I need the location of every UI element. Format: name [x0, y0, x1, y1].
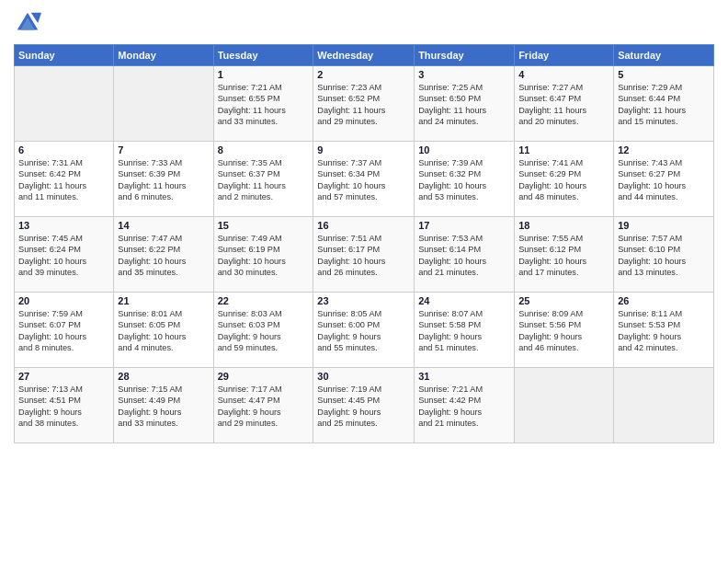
calendar-cell: 14Sunrise: 7:47 AM Sunset: 6:22 PM Dayli…: [114, 217, 213, 293]
cell-content: Sunrise: 8:11 AM Sunset: 5:53 PM Dayligh…: [618, 308, 710, 354]
calendar-cell: 10Sunrise: 7:39 AM Sunset: 6:32 PM Dayli…: [415, 142, 515, 217]
day-number: 9: [317, 144, 410, 155]
day-number: 10: [418, 144, 510, 155]
cell-content: Sunrise: 7:15 AM Sunset: 4:49 PM Dayligh…: [118, 384, 209, 430]
calendar-cell: [614, 368, 714, 443]
day-number: 18: [518, 220, 609, 231]
cell-content: Sunrise: 7:47 AM Sunset: 6:22 PM Dayligh…: [118, 233, 209, 279]
cell-content: Sunrise: 7:53 AM Sunset: 6:14 PM Dayligh…: [418, 233, 510, 279]
calendar-week-1: 1Sunrise: 7:21 AM Sunset: 6:55 PM Daylig…: [15, 66, 714, 142]
day-number: 4: [518, 69, 609, 80]
calendar-cell: 15Sunrise: 7:49 AM Sunset: 6:19 PM Dayli…: [213, 217, 313, 293]
day-number: 28: [118, 371, 209, 382]
calendar-cell: 4Sunrise: 7:27 AM Sunset: 6:47 PM Daylig…: [515, 66, 614, 142]
day-number: 16: [317, 220, 410, 231]
day-number: 1: [218, 69, 310, 80]
cell-content: Sunrise: 7:19 AM Sunset: 4:45 PM Dayligh…: [317, 384, 410, 430]
calendar-cell: [515, 368, 614, 443]
calendar-cell: 20Sunrise: 7:59 AM Sunset: 6:07 PM Dayli…: [15, 293, 114, 368]
calendar-cell: 2Sunrise: 7:23 AM Sunset: 6:52 PM Daylig…: [313, 66, 415, 142]
day-number: 6: [18, 144, 109, 155]
cell-content: Sunrise: 8:05 AM Sunset: 6:00 PM Dayligh…: [317, 308, 410, 354]
calendar-cell: 6Sunrise: 7:31 AM Sunset: 6:42 PM Daylig…: [15, 142, 114, 217]
calendar-cell: 29Sunrise: 7:17 AM Sunset: 4:47 PM Dayli…: [213, 368, 313, 443]
day-number: 29: [218, 371, 310, 382]
day-number: 30: [317, 371, 410, 382]
calendar-table: SundayMondayTuesdayWednesdayThursdayFrid…: [14, 44, 714, 443]
day-number: 20: [18, 295, 109, 306]
calendar-cell: 18Sunrise: 7:55 AM Sunset: 6:12 PM Dayli…: [515, 217, 614, 293]
column-header-thursday: Thursday: [415, 45, 515, 66]
column-header-saturday: Saturday: [614, 45, 714, 66]
column-header-wednesday: Wednesday: [313, 45, 415, 66]
calendar-cell: 13Sunrise: 7:45 AM Sunset: 6:24 PM Dayli…: [15, 217, 114, 293]
day-number: 8: [218, 144, 310, 155]
day-number: 17: [418, 220, 510, 231]
cell-content: Sunrise: 7:31 AM Sunset: 6:42 PM Dayligh…: [18, 157, 109, 203]
cell-content: Sunrise: 7:21 AM Sunset: 6:55 PM Dayligh…: [218, 82, 310, 128]
column-header-tuesday: Tuesday: [213, 45, 313, 66]
day-number: 31: [418, 371, 510, 382]
calendar-cell: 8Sunrise: 7:35 AM Sunset: 6:37 PM Daylig…: [213, 142, 313, 217]
cell-content: Sunrise: 7:51 AM Sunset: 6:17 PM Dayligh…: [317, 233, 410, 279]
day-number: 5: [618, 69, 710, 80]
calendar-cell: [114, 66, 213, 142]
cell-content: Sunrise: 7:49 AM Sunset: 6:19 PM Dayligh…: [218, 233, 310, 279]
column-header-friday: Friday: [515, 45, 614, 66]
calendar-cell: 22Sunrise: 8:03 AM Sunset: 6:03 PM Dayli…: [213, 293, 313, 368]
calendar-cell: 19Sunrise: 7:57 AM Sunset: 6:10 PM Dayli…: [614, 217, 714, 293]
day-number: 15: [218, 220, 310, 231]
day-number: 25: [518, 295, 609, 306]
cell-content: Sunrise: 7:59 AM Sunset: 6:07 PM Dayligh…: [18, 308, 109, 354]
cell-content: Sunrise: 8:03 AM Sunset: 6:03 PM Dayligh…: [218, 308, 310, 354]
calendar-cell: 24Sunrise: 8:07 AM Sunset: 5:58 PM Dayli…: [415, 293, 515, 368]
day-number: 26: [618, 295, 710, 306]
calendar-cell: 23Sunrise: 8:05 AM Sunset: 6:00 PM Dayli…: [313, 293, 415, 368]
day-number: 23: [317, 295, 410, 306]
calendar-cell: 26Sunrise: 8:11 AM Sunset: 5:53 PM Dayli…: [614, 293, 714, 368]
logo: [14, 9, 45, 37]
cell-content: Sunrise: 8:01 AM Sunset: 6:05 PM Dayligh…: [118, 308, 209, 354]
calendar-week-3: 13Sunrise: 7:45 AM Sunset: 6:24 PM Dayli…: [15, 217, 714, 293]
page-header: [14, 9, 714, 37]
calendar-cell: 27Sunrise: 7:13 AM Sunset: 4:51 PM Dayli…: [15, 368, 114, 443]
calendar-cell: 17Sunrise: 7:53 AM Sunset: 6:14 PM Dayli…: [415, 217, 515, 293]
calendar-cell: 5Sunrise: 7:29 AM Sunset: 6:44 PM Daylig…: [614, 66, 714, 142]
column-header-monday: Monday: [114, 45, 213, 66]
cell-content: Sunrise: 7:57 AM Sunset: 6:10 PM Dayligh…: [618, 233, 710, 279]
day-number: 19: [618, 220, 710, 231]
cell-content: Sunrise: 7:45 AM Sunset: 6:24 PM Dayligh…: [18, 233, 109, 279]
day-number: 7: [118, 144, 209, 155]
calendar-cell: 25Sunrise: 8:09 AM Sunset: 5:56 PM Dayli…: [515, 293, 614, 368]
calendar-week-2: 6Sunrise: 7:31 AM Sunset: 6:42 PM Daylig…: [15, 142, 714, 217]
cell-content: Sunrise: 7:43 AM Sunset: 6:27 PM Dayligh…: [618, 157, 710, 203]
cell-content: Sunrise: 7:39 AM Sunset: 6:32 PM Dayligh…: [418, 157, 510, 203]
calendar-cell: 3Sunrise: 7:25 AM Sunset: 6:50 PM Daylig…: [415, 66, 515, 142]
cell-content: Sunrise: 7:55 AM Sunset: 6:12 PM Dayligh…: [518, 233, 609, 279]
day-number: 12: [618, 144, 710, 155]
cell-content: Sunrise: 7:29 AM Sunset: 6:44 PM Dayligh…: [618, 82, 710, 128]
day-number: 27: [18, 371, 109, 382]
cell-content: Sunrise: 8:07 AM Sunset: 5:58 PM Dayligh…: [418, 308, 510, 354]
logo-icon: [14, 9, 41, 37]
column-header-sunday: Sunday: [15, 45, 114, 66]
day-number: 24: [418, 295, 510, 306]
cell-content: Sunrise: 7:35 AM Sunset: 6:37 PM Dayligh…: [218, 157, 310, 203]
day-number: 13: [18, 220, 109, 231]
cell-content: Sunrise: 7:21 AM Sunset: 4:42 PM Dayligh…: [418, 384, 510, 430]
calendar-cell: 7Sunrise: 7:33 AM Sunset: 6:39 PM Daylig…: [114, 142, 213, 217]
calendar-cell: 11Sunrise: 7:41 AM Sunset: 6:29 PM Dayli…: [515, 142, 614, 217]
day-number: 22: [218, 295, 310, 306]
calendar-cell: 31Sunrise: 7:21 AM Sunset: 4:42 PM Dayli…: [415, 368, 515, 443]
calendar-cell: 28Sunrise: 7:15 AM Sunset: 4:49 PM Dayli…: [114, 368, 213, 443]
calendar-cell: 30Sunrise: 7:19 AM Sunset: 4:45 PM Dayli…: [313, 368, 415, 443]
calendar-cell: [15, 66, 114, 142]
calendar-week-4: 20Sunrise: 7:59 AM Sunset: 6:07 PM Dayli…: [15, 293, 714, 368]
cell-content: Sunrise: 8:09 AM Sunset: 5:56 PM Dayligh…: [518, 308, 609, 354]
cell-content: Sunrise: 7:27 AM Sunset: 6:47 PM Dayligh…: [518, 82, 609, 128]
cell-content: Sunrise: 7:33 AM Sunset: 6:39 PM Dayligh…: [118, 157, 209, 203]
calendar-cell: 21Sunrise: 8:01 AM Sunset: 6:05 PM Dayli…: [114, 293, 213, 368]
cell-content: Sunrise: 7:13 AM Sunset: 4:51 PM Dayligh…: [18, 384, 109, 430]
calendar-cell: 16Sunrise: 7:51 AM Sunset: 6:17 PM Dayli…: [313, 217, 415, 293]
day-number: 3: [418, 69, 510, 80]
